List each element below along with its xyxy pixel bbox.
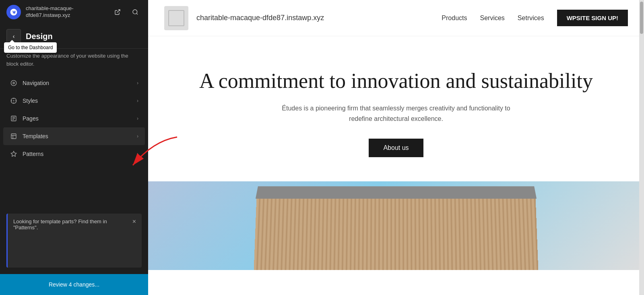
patterns-icon <box>10 150 18 158</box>
sidebar: charitable-macaque- dfde87.instawp.xyz G… <box>0 0 148 295</box>
sidebar-top-bar: charitable-macaque- dfde87.instawp.xyz <box>0 0 148 24</box>
nav-link-services[interactable]: Services <box>480 15 505 22</box>
patterns-chevron: › <box>137 151 138 157</box>
review-changes-button[interactable]: Review 4 changes... <box>0 274 148 295</box>
site-navigation: Products Services Setrvices <box>442 15 544 22</box>
hero-subtitle: Études is a pioneering firm that seamles… <box>279 103 513 124</box>
nav-link-products[interactable]: Products <box>442 15 467 22</box>
design-title: Design <box>26 32 53 41</box>
svg-marker-13 <box>11 151 16 156</box>
website-header: charitable-macaque-dfde87.instawp.xyz Pr… <box>148 0 644 36</box>
svg-line-2 <box>136 13 138 15</box>
nav-link-setrvices[interactable]: Setrvices <box>518 15 544 22</box>
svg-point-1 <box>133 10 137 14</box>
navigation-icon <box>10 79 18 87</box>
about-us-button[interactable]: About us <box>369 139 423 157</box>
patterns-label: Patterns <box>23 151 137 157</box>
site-domain-text: charitable-macaque-dfde87.instawp.xyz <box>196 14 442 22</box>
building-facade <box>254 198 539 270</box>
navigation-chevron: › <box>137 80 138 86</box>
search-button[interactable] <box>129 6 142 19</box>
scrollbar-thumb[interactable] <box>640 2 643 34</box>
notification-text: Looking for template parts? Find them in… <box>13 218 129 231</box>
pages-icon <box>10 114 18 123</box>
svg-line-0 <box>117 10 120 12</box>
templates-chevron: › <box>137 133 138 139</box>
sidebar-item-templates[interactable]: Templates › <box>3 127 145 145</box>
building-image-section <box>148 181 644 270</box>
sidebar-item-styles[interactable]: Styles › <box>3 92 145 110</box>
preview-area: charitable-macaque-dfde87.instawp.xyz Pr… <box>148 0 644 295</box>
sidebar-item-pages[interactable]: Pages › <box>3 110 145 127</box>
dashboard-tooltip: Go to the Dashboard <box>4 42 57 53</box>
website-preview: charitable-macaque-dfde87.instawp.xyz Pr… <box>148 0 644 295</box>
pages-chevron: › <box>137 116 138 121</box>
site-name: charitable-macaque- dfde87.instawp.xyz <box>26 5 106 19</box>
navigation-label: Navigation <box>23 80 137 86</box>
building-roof <box>256 186 537 199</box>
building-visual <box>215 189 577 270</box>
svg-rect-10 <box>11 134 16 139</box>
site-logo <box>164 6 188 30</box>
svg-point-4 <box>13 82 14 84</box>
pages-label: Pages <box>23 115 137 122</box>
external-link-button[interactable] <box>111 6 124 19</box>
sidebar-nav-list: Navigation › Styles › Page <box>0 74 148 163</box>
styles-label: Styles <box>23 98 137 104</box>
notification-box: Looking for template parts? Find them in… <box>6 214 142 268</box>
styles-chevron: › <box>137 98 138 104</box>
styles-icon <box>10 97 18 105</box>
svg-point-3 <box>11 80 16 85</box>
hero-title: A commitment to innovation and sustainab… <box>164 69 628 93</box>
site-cta-button[interactable]: WPSITE SIGN UP! <box>557 10 628 26</box>
templates-label: Templates <box>23 133 137 139</box>
sidebar-item-patterns[interactable]: Patterns › <box>3 145 145 163</box>
notification-close-button[interactable]: × <box>132 218 136 225</box>
preview-scrollbar[interactable] <box>639 0 644 295</box>
sidebar-item-navigation[interactable]: Navigation › <box>3 74 145 92</box>
templates-icon <box>10 132 18 140</box>
wordpress-logo[interactable] <box>6 5 21 19</box>
hero-section: A commitment to innovation and sustainab… <box>148 36 644 181</box>
